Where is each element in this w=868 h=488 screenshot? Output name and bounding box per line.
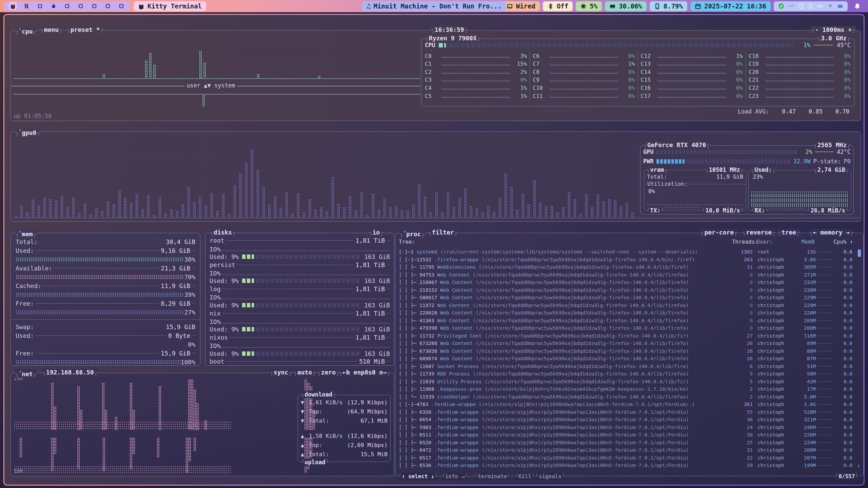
core-row: C160%	[641, 83, 743, 91]
cpu-panel-title: ¹cpu	[15, 26, 37, 35]
module-memory[interactable]: 30.06%	[605, 1, 647, 11]
core-row: C150%	[641, 75, 743, 83]
process-row[interactable]: │ [-]─11532 .firefox-wrappe (/nix/store/…	[399, 256, 853, 264]
terminal-tab[interactable]: Kitty Terminal	[134, 1, 206, 11]
mem-meter-row: 0%	[16, 340, 195, 349]
process-row[interactable]: │ │ ├─ 11972 Web Content (/nix/store/fqa…	[399, 302, 853, 309]
process-row[interactable]: │ [-]─4783 .ferdium-wrappe (/nix/store/a…	[399, 401, 853, 408]
process-row[interactable]: │ │ ├─ 6472 .ferdium-wrappe (/nix/store/…	[399, 446, 853, 454]
load-average: Load AVG: 0.47 0.85 0.70	[738, 108, 849, 115]
scroll-down-indicator: ↓	[857, 462, 860, 468]
workspace-window-icon[interactable]	[63, 2, 71, 10]
mem-meter-row: 100%	[16, 358, 195, 366]
process-row[interactable]: │ │ ├─ 5983 .ferdium-wrappe (/nix/store/…	[399, 424, 853, 431]
mem-panel-title: ²mem	[15, 229, 37, 238]
gpu-panel-title: ⁵gpu0	[15, 127, 40, 137]
process-row[interactable]: │ │ ├─ 11968 .keepassxc-prox (/nix/store…	[399, 385, 853, 393]
zero-toggle[interactable]: zero	[317, 369, 340, 376]
process-row[interactable]: │ │ └─ 11539 crashhelper (/nix/store/fqa…	[399, 393, 853, 401]
preset-button[interactable]: preset *	[66, 26, 104, 34]
process-row[interactable]: │ │ ├─ 11739 RDD Process (/nix/store/fqa…	[399, 370, 853, 378]
mem-row: Cached:11,9 GiB	[16, 281, 195, 290]
process-row[interactable]: │ │ ├─ 673038 Web Content (/nix/store/fq…	[399, 347, 853, 355]
uptime: up 01:05:56	[14, 113, 52, 119]
sort-column-switcher[interactable]: ← memory →	[809, 229, 854, 236]
kill-button[interactable]: Kill	[515, 473, 535, 480]
module-network[interactable]: Wired	[502, 1, 540, 11]
process-row[interactable]: │ │ ├─ 11732 Privileged Cont (/nix/store…	[399, 332, 853, 340]
process-row[interactable]: │ │ ├─ 6654 .ferdium-wrappe (/nix/store/…	[399, 416, 853, 424]
gpu-util-label: GPU	[643, 148, 654, 155]
module-cpu[interactable]: 5%	[576, 1, 602, 11]
workspaces[interactable]: N	[4, 1, 130, 11]
core-row: C41%	[425, 83, 527, 91]
process-row[interactable]: │ │ ├─ 479390 Web Content (/nix/store/fq…	[399, 324, 853, 332]
per-core-toggle[interactable]: per-core	[701, 229, 738, 236]
interval-control[interactable]: - 1000ms +	[811, 26, 856, 34]
col-header-user[interactable]: User:	[752, 239, 793, 245]
filter-button[interactable]: filter	[428, 229, 458, 236]
reverse-toggle[interactable]: reverse	[742, 229, 776, 236]
notification-bell[interactable]	[851, 1, 864, 11]
module-bluetooth[interactable]: Off	[543, 1, 573, 11]
workspace-flame-icon[interactable]	[50, 2, 58, 10]
system-tray[interactable]	[774, 1, 848, 11]
workspace-window-icon[interactable]	[104, 2, 112, 10]
process-row[interactable]: [-]─1 systemd (/run/current-system/syste…	[399, 248, 853, 256]
interface-switcher[interactable]: ←b enp8s0 n→	[338, 369, 391, 376]
terminate-button[interactable]: terminate	[474, 473, 511, 480]
workspace-window-icon[interactable]	[36, 2, 44, 10]
core-column: C60%C71%C80%C90%C100%C110%	[530, 51, 637, 99]
sync-toggle[interactable]: sync	[270, 369, 292, 376]
io-toggle[interactable]: io	[369, 229, 384, 236]
workspace-cat-icon[interactable]	[9, 2, 17, 10]
process-row[interactable]: │ │ ├─ 6517 .ferdium-wrappe (/nix/store/…	[399, 454, 853, 462]
col-header-cpu[interactable]: Cpu% ↑	[832, 239, 853, 245]
mem-panel: ²mem Total:30,4 GiBUsed:9,16 GiB30%Avail…	[11, 233, 200, 366]
module-disk[interactable]: 8.79%	[650, 1, 687, 11]
process-row[interactable]: │ │ ├─ 11839 Utility Process (/nix/store…	[399, 378, 853, 386]
process-row[interactable]: │ │ ├─ 6520 .ferdium-wrappe (/nix/store/…	[399, 439, 853, 447]
process-row[interactable]: │ │ ├─ 219152 Web Content (/nix/store/fq…	[399, 286, 853, 294]
process-row[interactable]: │ │ ├─ 6350 .ferdium-wrappe (/nix/store/…	[399, 408, 853, 416]
process-row[interactable]: │ │ ├─ 673288 Web Content (/nix/store/fq…	[399, 340, 853, 347]
core-row: C140%	[641, 67, 743, 75]
process-row[interactable]: │ │ ├─ 94753 Web Content (/nix/store/fqa…	[399, 271, 853, 279]
auto-toggle[interactable]: auto	[293, 369, 316, 376]
gpu-pstate: P0	[844, 158, 851, 165]
col-header-tree[interactable]: Tree:	[399, 239, 732, 245]
process-row[interactable]: │ │ ├─ 689674 Web Content (/nix/store/fq…	[399, 355, 853, 363]
gpu-temp-graph	[815, 151, 834, 152]
cpu-total-percent: 1%	[797, 42, 810, 48]
chip-icon	[580, 3, 587, 9]
process-row[interactable]: │ │ ├─ 11607 Socket Process (/nix/store/…	[399, 363, 853, 370]
select-hint[interactable]: ↑ select ↓	[398, 473, 438, 480]
disk-row: log1,81 TiB	[210, 285, 390, 293]
calendar-icon	[695, 3, 701, 9]
neovim-icon[interactable]: N	[22, 2, 31, 10]
workspace-window-icon[interactable]	[77, 2, 85, 10]
proc-scrollbar-thumb[interactable]	[858, 249, 861, 257]
tree-toggle[interactable]: tree	[777, 229, 800, 236]
process-row[interactable]: │ │ ├─ 11795 WebExtensions (/nix/store/f…	[399, 263, 853, 271]
signals-button[interactable]: signals	[535, 473, 565, 480]
menu-button[interactable]: menu	[40, 26, 63, 34]
bluetooth-icon	[547, 3, 554, 9]
workspace-window-icon[interactable]	[117, 2, 125, 10]
vram-frequency: 10501 MHz	[705, 166, 744, 174]
col-header-mem[interactable]: MemB	[793, 239, 815, 245]
music-title: Minuit Machine - Don't Run Fro...	[373, 2, 501, 10]
music-widget[interactable]: ♫ Minuit Machine - Don't Run Fro...	[362, 1, 506, 11]
workspace-window-icon[interactable]	[90, 2, 98, 10]
col-header-threads[interactable]: Threads:	[732, 239, 752, 245]
process-row[interactable]: │ │ ├─ 41363 Web Content (/nix/store/fqa…	[399, 317, 853, 325]
process-row[interactable]: │ │ ├─ 6536 .ferdium-wrappe (/nix/store/…	[399, 462, 853, 469]
mem-row: Free:8,29 GiB	[16, 299, 195, 308]
module-clock[interactable]: 2025-07-22 16:36	[690, 1, 771, 11]
process-row[interactable]: │ │ ├─ 6511 .ferdium-wrappe (/nix/store/…	[399, 431, 853, 439]
process-row[interactable]: │ │ ├─ 220028 Web Content (/nix/store/fq…	[399, 309, 853, 317]
process-row[interactable]: │ │ ├─ 580017 Web Content (/nix/store/fq…	[399, 294, 853, 302]
info-button[interactable]: info ↵	[441, 473, 468, 480]
process-row[interactable]: │ │ ├─ 218067 Web Content (/nix/store/fq…	[399, 279, 853, 286]
mem-meter	[16, 342, 188, 347]
